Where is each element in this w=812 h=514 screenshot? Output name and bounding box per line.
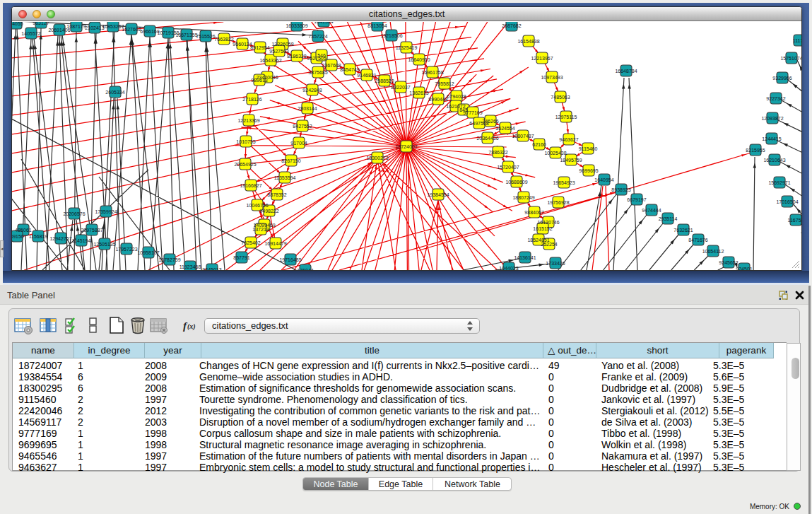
svg-text:2087682: 2087682 xyxy=(502,23,521,28)
svg-text:14136141: 14136141 xyxy=(514,255,536,260)
svg-text:9115460: 9115460 xyxy=(579,146,598,151)
svg-text:6794028: 6794028 xyxy=(447,94,466,99)
svg-text:137213: 137213 xyxy=(252,227,269,232)
svg-text:2367608: 2367608 xyxy=(322,63,341,68)
svg-text:9329966: 9329966 xyxy=(772,76,792,81)
svg-text:16033809: 16033809 xyxy=(286,23,307,28)
svg-text:8878352: 8878352 xyxy=(267,192,286,197)
svg-text:1733426: 1733426 xyxy=(546,261,565,266)
svg-text:252254: 252254 xyxy=(541,242,557,247)
svg-text:1640954: 1640954 xyxy=(594,177,613,182)
svg-text:9474444: 9474444 xyxy=(642,208,661,213)
svg-text:2605334: 2605334 xyxy=(105,90,124,95)
svg-text:1405572: 1405572 xyxy=(21,31,40,36)
svg-text:15751074: 15751074 xyxy=(780,56,801,61)
svg-text:746266: 746266 xyxy=(482,119,498,124)
svg-text:7632621: 7632621 xyxy=(673,228,693,233)
svg-text:2588520: 2588520 xyxy=(375,78,394,83)
svg-text:7485063: 7485063 xyxy=(551,95,570,100)
svg-text:9660124: 9660124 xyxy=(233,42,252,47)
svg-text:9245013: 9245013 xyxy=(202,267,221,271)
svg-text:13226058: 13226058 xyxy=(271,42,293,47)
svg-text:19716485: 19716485 xyxy=(279,257,301,262)
svg-text:9777169: 9777169 xyxy=(463,110,482,115)
svg-text:9242848: 9242848 xyxy=(302,88,322,93)
svg-text:917004: 917004 xyxy=(290,141,307,146)
svg-text:1010755: 1010755 xyxy=(236,139,255,144)
svg-text:11325419: 11325419 xyxy=(396,45,418,50)
svg-text:8186328: 8186328 xyxy=(287,54,306,59)
svg-text:20654925: 20654925 xyxy=(234,162,256,167)
svg-text:9527503: 9527503 xyxy=(269,49,288,54)
svg-text:12093872: 12093872 xyxy=(761,116,783,121)
svg-text:14055: 14055 xyxy=(12,22,23,26)
svg-text:11173: 11173 xyxy=(793,38,801,43)
svg-text:8427552: 8427552 xyxy=(293,124,312,129)
svg-text:16210643: 16210643 xyxy=(763,158,785,163)
svg-text:17016504: 17016504 xyxy=(776,199,798,204)
svg-text:8912954: 8912954 xyxy=(250,45,269,50)
svg-text:16671355: 16671355 xyxy=(175,33,197,37)
svg-text:7515526: 7515526 xyxy=(196,34,215,39)
svg-text:7625402: 7625402 xyxy=(241,240,260,245)
svg-text:9463627: 9463627 xyxy=(559,137,578,142)
svg-text:989613: 989613 xyxy=(251,78,267,83)
svg-text:857791: 857791 xyxy=(233,255,249,260)
svg-text:11353594: 11353594 xyxy=(274,175,296,180)
svg-text:12213967: 12213967 xyxy=(531,56,553,61)
svg-text:16648784: 16648784 xyxy=(615,69,637,74)
svg-text:1841304: 1841304 xyxy=(314,22,333,24)
svg-text:18724007: 18724007 xyxy=(395,144,417,149)
svg-text:10025438: 10025438 xyxy=(544,151,566,156)
svg-text:7663822: 7663822 xyxy=(214,37,233,42)
svg-text:16914479: 16914479 xyxy=(264,241,286,246)
svg-text:8322037: 8322037 xyxy=(391,85,410,90)
svg-text:7886322: 7886322 xyxy=(488,150,507,155)
svg-text:16543362: 16543362 xyxy=(259,58,281,63)
svg-text:39150: 39150 xyxy=(12,234,24,239)
svg-text:9498222: 9498222 xyxy=(259,209,278,214)
svg-text:7955812: 7955812 xyxy=(435,81,454,86)
svg-text:17359924: 17359924 xyxy=(95,209,117,214)
svg-text:19166827: 19166827 xyxy=(240,183,261,188)
svg-text:9227342: 9227342 xyxy=(766,96,785,101)
svg-text:485061: 485061 xyxy=(15,228,31,233)
svg-text:8471676: 8471676 xyxy=(688,238,707,243)
svg-text:12942757: 12942757 xyxy=(49,236,71,241)
svg-text:8267150: 8267150 xyxy=(281,158,300,163)
svg-text:1615152: 1615152 xyxy=(533,226,552,231)
svg-text:10688609: 10688609 xyxy=(505,180,527,185)
svg-text:16120746: 16120746 xyxy=(537,220,559,225)
svg-text:2935114: 2935114 xyxy=(659,216,678,221)
svg-text:12975115: 12975115 xyxy=(555,115,577,119)
svg-text:10973493: 10973493 xyxy=(541,75,563,80)
svg-text:62160: 62160 xyxy=(532,142,546,147)
svg-text:8813054: 8813054 xyxy=(367,23,387,28)
svg-text:18807249: 18807249 xyxy=(512,195,534,200)
svg-text:2718126: 2718126 xyxy=(242,97,261,102)
svg-text:20364436: 20364436 xyxy=(476,136,498,141)
svg-text:16782759: 16782759 xyxy=(158,257,180,262)
svg-text:1362615: 1362615 xyxy=(409,90,428,95)
svg-text:963127: 963127 xyxy=(33,22,49,25)
svg-text:11923468: 11923468 xyxy=(180,264,201,269)
svg-text:1145194: 1145194 xyxy=(72,238,91,243)
svg-text:19218506: 19218506 xyxy=(380,33,402,38)
svg-text:1044023: 1044023 xyxy=(499,266,518,271)
svg-text:3624554: 3624554 xyxy=(495,126,514,131)
svg-text:8990448: 8990448 xyxy=(428,97,447,102)
svg-text:20975887: 20975887 xyxy=(81,228,102,233)
svg-text:15692971: 15692971 xyxy=(768,180,790,185)
svg-text:8215955: 8215955 xyxy=(746,148,765,153)
svg-text:9699695: 9699695 xyxy=(579,168,598,173)
svg-text:16640910: 16640910 xyxy=(408,57,430,62)
svg-text:3875685: 3875685 xyxy=(308,70,327,75)
svg-text:16154838: 16154838 xyxy=(517,39,539,44)
svg-text:(x): (x) xyxy=(187,322,196,331)
svg-text:176044: 176044 xyxy=(297,268,313,271)
svg-text:10958107: 10958107 xyxy=(137,250,159,255)
svg-text:1156819: 1156819 xyxy=(29,234,48,239)
svg-text:10654112: 10654112 xyxy=(702,249,724,254)
svg-text:15720407: 15720407 xyxy=(497,165,519,170)
svg-text:1087179: 1087179 xyxy=(66,24,86,29)
